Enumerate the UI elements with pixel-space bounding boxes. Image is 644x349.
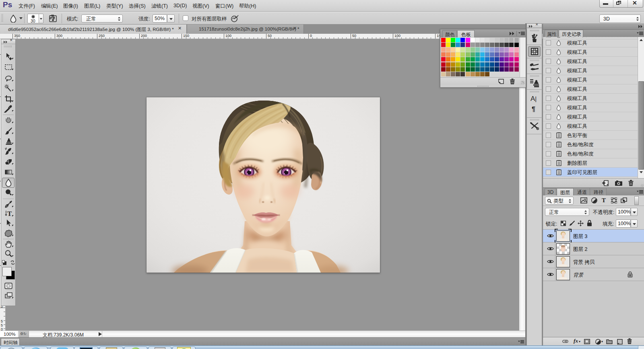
svg-text:T: T xyxy=(7,210,12,218)
